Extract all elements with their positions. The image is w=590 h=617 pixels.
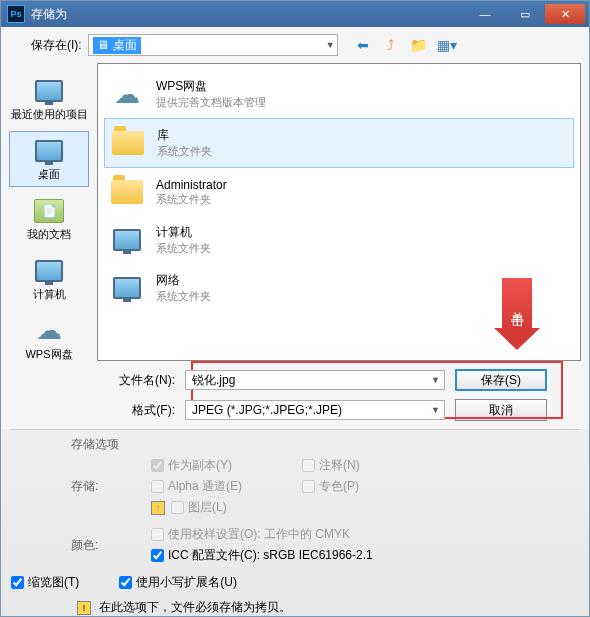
location-toolbar: 保存在(I): 🖥桌面 ▼ ⬅ ⤴ 📁 ▦▾ <box>1 27 589 63</box>
sidebar-item-label: WPS网盘 <box>25 347 72 362</box>
arrow-down-icon <box>494 328 540 350</box>
sidebar-item-label: 计算机 <box>33 287 66 302</box>
proof-checkbox: 使用校样设置(O): 工作中的 CMYK <box>151 526 373 543</box>
chevron-down-icon: ▼ <box>431 405 440 415</box>
desktop-icon <box>35 140 63 162</box>
item-name: 库 <box>157 127 212 144</box>
chevron-down-icon: ▼ <box>431 375 440 385</box>
sidebar-item-label: 桌面 <box>38 167 60 182</box>
copy-note: 在此选项下，文件必须存储为拷贝。 <box>99 599 291 616</box>
back-icon[interactable]: ⬅ <box>354 36 372 54</box>
list-item[interactable]: 计算机系统文件夹 <box>104 216 574 264</box>
folder-icon <box>111 180 143 204</box>
icc-checkbox[interactable]: ICC 配置文件(C): sRGB IEC61966-2.1 <box>151 547 373 564</box>
window-buttons: — ▭ ✕ <box>465 4 589 24</box>
save-in-label: 保存在(I): <box>31 37 82 54</box>
recent-icon <box>35 80 63 102</box>
options-section-label: 存储选项 <box>71 436 151 453</box>
lowercase-ext-checkbox[interactable]: 使用小写扩展名(U) <box>119 574 237 591</box>
chevron-down-icon: ▼ <box>326 40 335 50</box>
list-item[interactable]: ☁ WPS网盘提供完善文档版本管理 <box>104 70 574 118</box>
item-sub: 系统文件夹 <box>156 241 211 256</box>
save-in-combo[interactable]: 🖥桌面 ▼ <box>88 34 338 56</box>
alpha-checkbox: Alpha 通道(E) <box>151 478 242 495</box>
notes-checkbox: 注释(N) <box>302 457 360 474</box>
sidebar-item-recent[interactable]: 最近使用的项目 <box>9 71 89 127</box>
desktop-small-icon: 🖥 <box>97 38 109 52</box>
item-name: 网络 <box>156 272 211 289</box>
network-icon <box>113 277 141 299</box>
titlebar: Ps 存储为 — ▭ ✕ <box>1 1 589 27</box>
cloud-icon: ☁ <box>36 315 62 346</box>
annotation-arrow: 单击 <box>494 278 540 368</box>
filename-label: 文件名(N): <box>105 372 175 389</box>
list-item[interactable]: 库系统文件夹 <box>104 118 574 168</box>
places-sidebar: 最近使用的项目 桌面 📄 我的文档 计算机 ☁ WPS网盘 <box>1 63 97 429</box>
computer-icon <box>35 260 63 282</box>
list-item[interactable]: Administrator系统文件夹 <box>104 168 574 216</box>
maximize-button[interactable]: ▭ <box>505 4 545 24</box>
thumbnail-checkbox[interactable]: 缩览图(T) <box>11 574 79 591</box>
sidebar-item-desktop[interactable]: 桌面 <box>9 131 89 187</box>
dialog-body: 最近使用的项目 桌面 📄 我的文档 计算机 ☁ WPS网盘 ☁ <box>1 63 589 429</box>
window-title: 存储为 <box>31 6 465 23</box>
folder-icon <box>112 131 144 155</box>
computer-icon <box>113 229 141 251</box>
color-label: 颜色: <box>71 537 151 554</box>
as-copy-checkbox: 作为副本(Y) <box>151 457 242 474</box>
minimize-button[interactable]: — <box>465 4 505 24</box>
cloud-icon: ☁ <box>114 79 140 110</box>
cancel-button[interactable]: 取消 <box>455 399 547 421</box>
item-sub: 系统文件夹 <box>156 192 227 207</box>
spot-checkbox: 专色(P) <box>302 478 360 495</box>
save-options: 存储选项 存储: 作为副本(Y) Alpha 通道(E) !图层(L) 注释(N… <box>11 429 579 616</box>
item-name: WPS网盘 <box>156 78 266 95</box>
item-name: 计算机 <box>156 224 211 241</box>
filename-fields: 文件名(N): 锐化.jpg▼ 保存(S) 格式(F): JPEG (*.JPG… <box>97 361 581 429</box>
up-folder-icon[interactable]: ⤴ <box>382 36 400 54</box>
filename-input[interactable]: 锐化.jpg▼ <box>185 370 445 390</box>
sidebar-item-wps[interactable]: ☁ WPS网盘 <box>9 311 89 367</box>
format-label: 格式(F): <box>105 402 175 419</box>
warning-icon: ! <box>77 601 91 615</box>
item-sub: 提供完善文档版本管理 <box>156 95 266 110</box>
documents-icon: 📄 <box>34 199 64 223</box>
location-value: 桌面 <box>113 37 137 54</box>
save-button[interactable]: 保存(S) <box>455 369 547 391</box>
item-sub: 系统文件夹 <box>156 289 211 304</box>
warning-icon: ! <box>151 501 165 515</box>
view-menu-icon[interactable]: ▦▾ <box>438 36 456 54</box>
annotation-text: 单击 <box>502 278 532 328</box>
new-folder-icon[interactable]: 📁 <box>410 36 428 54</box>
photoshop-icon: Ps <box>7 5 25 23</box>
format-combo[interactable]: JPEG (*.JPG;*.JPEG;*.JPE)▼ <box>185 400 445 420</box>
close-button[interactable]: ✕ <box>545 4 585 24</box>
sidebar-item-documents[interactable]: 📄 我的文档 <box>9 191 89 247</box>
layers-checkbox: !图层(L) <box>151 499 242 516</box>
item-sub: 系统文件夹 <box>157 144 212 159</box>
main-column: ☁ WPS网盘提供完善文档版本管理 库系统文件夹 Administrator系统… <box>97 63 589 429</box>
sidebar-item-label: 最近使用的项目 <box>11 107 88 122</box>
store-label: 存储: <box>71 478 151 495</box>
sidebar-item-label: 我的文档 <box>27 227 71 242</box>
sidebar-item-computer[interactable]: 计算机 <box>9 251 89 307</box>
item-name: Administrator <box>156 178 227 192</box>
